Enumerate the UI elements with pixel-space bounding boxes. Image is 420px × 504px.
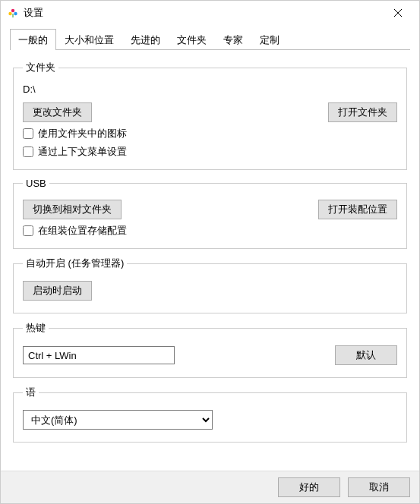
autostart-group-legend: 自动开启 (任务管理器) <box>23 257 127 270</box>
open-assembly-location-button[interactable]: 打开装配位置 <box>318 200 397 219</box>
usb-group-legend: USB <box>23 178 49 189</box>
tab-strip: 一般的 大小和位置 先进的 文件夹 专家 定制 <box>10 28 410 50</box>
folder-path: D:\ <box>23 83 397 95</box>
svg-rect-3 <box>12 14 13 17</box>
folder-group-legend: 文件夹 <box>23 61 58 74</box>
use-folder-icons-input[interactable] <box>23 128 33 139</box>
language-group: 语 中文(简体) <box>13 386 407 443</box>
close-icon <box>394 7 402 19</box>
cancel-button[interactable]: 取消 <box>348 477 410 497</box>
tab-folders[interactable]: 文件夹 <box>169 29 215 50</box>
dialog-footer: 好的 取消 <box>1 471 419 503</box>
language-select[interactable]: 中文(简体) <box>23 410 213 430</box>
tab-size-position[interactable]: 大小和位置 <box>56 29 122 50</box>
window-title: 设置 <box>24 6 43 20</box>
store-config-assembly-label: 在组装位置存储配置 <box>38 224 127 238</box>
tab-expert[interactable]: 专家 <box>215 29 251 50</box>
svg-point-0 <box>11 9 14 12</box>
app-icon <box>7 7 19 19</box>
change-folder-button[interactable]: 更改文件夹 <box>23 102 92 122</box>
open-folder-button[interactable]: 打开文件夹 <box>328 102 397 122</box>
close-button[interactable] <box>383 2 413 24</box>
ok-button[interactable]: 好的 <box>278 477 340 497</box>
hotkey-input[interactable] <box>23 346 175 364</box>
autostart-group: 自动开启 (任务管理器) 启动时启动 <box>13 257 407 313</box>
context-menu-input[interactable] <box>23 146 33 157</box>
tab-custom[interactable]: 定制 <box>251 29 288 50</box>
store-config-assembly-input[interactable] <box>23 225 33 236</box>
context-menu-checkbox[interactable]: 通过上下文菜单设置 <box>23 145 397 159</box>
usb-group: USB 切换到相对文件夹 打开装配位置 在组装位置存储配置 <box>13 178 407 249</box>
hotkey-group-legend: 热键 <box>23 321 49 335</box>
language-group-legend: 语 <box>23 386 39 399</box>
store-config-assembly-checkbox[interactable]: 在组装位置存储配置 <box>23 224 397 238</box>
context-menu-label: 通过上下文菜单设置 <box>38 145 127 159</box>
use-folder-icons-checkbox[interactable]: 使用文件夹中的图标 <box>23 127 397 140</box>
folder-group: 文件夹 D:\ 更改文件夹 打开文件夹 使用文件夹中的图标 通过上下文菜单设置 <box>13 61 407 170</box>
tab-advanced[interactable]: 先进的 <box>122 29 169 50</box>
use-folder-icons-label: 使用文件夹中的图标 <box>38 127 127 140</box>
hotkey-default-button[interactable]: 默认 <box>335 345 397 365</box>
switch-relative-folder-button[interactable]: 切换到相对文件夹 <box>23 200 122 219</box>
hotkey-group: 热键 默认 <box>13 321 407 378</box>
tab-general[interactable]: 一般的 <box>10 29 56 50</box>
start-on-boot-button[interactable]: 启动时启动 <box>23 281 92 301</box>
svg-point-2 <box>14 12 17 15</box>
svg-point-1 <box>8 12 11 15</box>
